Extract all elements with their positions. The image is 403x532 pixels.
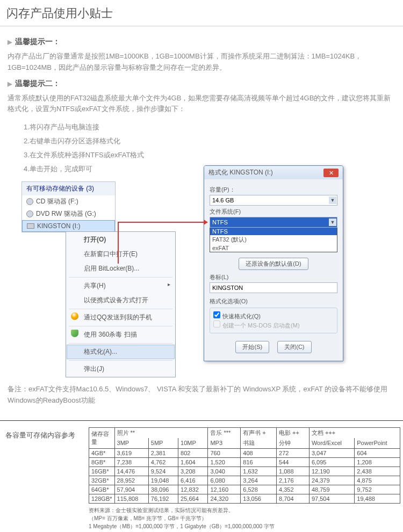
col-music: 音乐 *** [208, 427, 241, 438]
shield-icon [71, 330, 78, 337]
step-1: 1.将闪存产品与电脑连接 [24, 120, 395, 134]
filesystem-select[interactable] [210, 217, 337, 228]
footnotes: 资料来源：金士顿实验室测试结果，实际情况可能有所差异。 （MP= 百万像素，MB… [89, 507, 403, 532]
ctx-qq-label: 通过QQ发送到我的手机 [84, 314, 152, 321]
sub-ppt: PowerPoint [355, 438, 400, 449]
ctx-share[interactable]: 共享(H) [67, 279, 175, 293]
msdos-label: 创建一个 MS-DOS 启动盘(M) [222, 322, 300, 329]
ctx-new-window[interactable]: 在新窗口中打开(E) [67, 247, 175, 261]
page-title: 闪存产品使用小贴士 [0, 0, 403, 26]
table-row: 64GB*57,90438,09612,83212,1606,5284,3524… [89, 485, 400, 494]
tip2-body: 通常系统默认使用的FAT32磁盘系统最大单个文件为4GB，如果您需要存储高清视频… [8, 93, 395, 115]
quick-format-checkbox[interactable] [213, 311, 220, 318]
dialog-title: 格式化 KINGSTON (I:) [208, 168, 273, 177]
sub-5mp: 5MP [148, 438, 178, 449]
table-title: 各容量可存储内容参考 [0, 427, 89, 504]
tip2-heading: 温馨提示二： [8, 79, 395, 89]
close-icon[interactable]: ✕ [323, 169, 339, 177]
col-audiobook: 有声书 + [241, 427, 277, 438]
tip1-heading: 温馨提示一： [8, 37, 395, 47]
table-row: 128GB*115,80876,19225,66424,32013,0568,7… [89, 494, 400, 503]
device-kingston-label: KINGSTON (I:) [37, 222, 80, 230]
ctx-eject[interactable]: 弹出(J) [67, 362, 175, 376]
ctx-open[interactable]: 打开(O) [67, 232, 175, 247]
ctx-format[interactable]: 格式化(A)... [67, 345, 175, 359]
device-cd-label: CD 驱动器 (F:) [36, 197, 78, 206]
device-cd[interactable]: CD 驱动器 (F:) [22, 195, 115, 208]
close-button[interactable]: 关闭(C) [277, 341, 311, 353]
capacity-select[interactable] [210, 195, 337, 206]
table-row: 8GB*7,2384,7621,6041,5208165446,0951,208 [89, 457, 400, 467]
device-dvd[interactable]: DVD RW 驱动器 (G:) [22, 208, 115, 220]
device-dvd-label: DVD RW 驱动器 (G:) [36, 209, 96, 218]
ctx-portable[interactable]: 以便携式设备方式打开 [67, 293, 175, 308]
msdos-checkbox [213, 320, 220, 327]
drive-icon [27, 223, 34, 229]
quick-format-label: 快速格式化(Q) [222, 313, 261, 319]
capacity-table: 储存容量 照片 ** 音乐 *** 有声书 + 电影 ++ 文档 +++ 3MP… [89, 427, 400, 504]
table-row: 16GB*14,4769,5243,2083,0401,6321,08812,1… [89, 467, 400, 476]
capacity-label: 容量(P)： [210, 186, 337, 194]
row-header-label: 储存容量 [89, 427, 115, 448]
devices-panel: 有可移动存储的设备 (3) CD 驱动器 (F:) DVD RW 驱动器 (G:… [21, 181, 116, 232]
devices-header: 有可移动存储的设备 (3) [22, 182, 115, 195]
table-row: 32GB*28,95219,0486,4166,0803,2642,17624,… [89, 476, 400, 485]
remark-text: 备注：exFAT文件支持Mac10.6.5、Windows7、 VISTA 和安… [8, 384, 395, 406]
context-menu: 打开(O) 在新窗口中打开(E) 启用 BitLocker(B)... 共享(H… [66, 231, 176, 377]
col-movie: 电影 ++ [277, 427, 310, 438]
fs-option-ntfs[interactable]: NTFS [210, 228, 337, 235]
ctx-open-label: 打开(O) [84, 236, 106, 243]
disc-icon [26, 210, 33, 217]
step-3: 3.在文件系统种选择NTFS或exFAT格式 [24, 148, 395, 162]
step-2: 2.右键单击闪存分区选择格式化 [24, 134, 395, 148]
sub-mp3: MP3 [208, 438, 241, 449]
ctx-360-label: 使用 360杀毒 扫描 [84, 331, 137, 338]
filesystem-label: 文件系统(F) [210, 208, 337, 216]
col-doc: 文档 +++ [309, 427, 400, 438]
sub-book: 书籍 [241, 438, 277, 449]
ctx-360-scan[interactable]: 使用 360杀毒 扫描 [67, 327, 175, 342]
sub-word: Word/Excel [309, 438, 354, 449]
ctx-bitlocker[interactable]: 启用 BitLocker(B)... [67, 261, 175, 276]
start-button[interactable]: 开始(S) [235, 341, 269, 353]
chevron-down-icon[interactable]: ▼ [329, 196, 336, 204]
format-dialog: 格式化 KINGSTON (I:) ✕ 容量(P)： ▼ 文件系统(F) ▼ N… [204, 165, 343, 361]
chevron-down-icon[interactable]: ▼ [329, 218, 336, 226]
qq-icon [71, 312, 78, 320]
sub-min: 分钟 [277, 438, 310, 449]
arrow-indicator [118, 222, 206, 223]
tip1-body: 内存产品出厂的容量通常是按照1MB=1000KB，1GB=1000MB计算，而操… [8, 51, 395, 74]
table-row: 4GB*3,6192,3818027604082723,047604 [89, 448, 400, 457]
fs-option-exfat[interactable]: exFAT [210, 244, 337, 252]
device-kingston[interactable]: KINGSTON (I:) [22, 220, 115, 232]
col-photo: 照片 ** [114, 427, 208, 438]
volume-input[interactable] [210, 282, 337, 293]
sub-10mp: 10MP [178, 438, 208, 449]
ctx-qq-send[interactable]: 通过QQ发送到我的手机 [67, 310, 175, 325]
disc-icon [26, 198, 33, 205]
fs-option-fat32[interactable]: FAT32 (默认) [210, 235, 337, 244]
format-options-label: 格式化选项(O) [210, 297, 337, 305]
restore-defaults-button[interactable]: 还原设备的默认值(D) [239, 258, 308, 270]
volume-label: 卷标(L) [210, 273, 337, 281]
sub-3mp: 3MP [114, 438, 148, 449]
filesystem-dropdown: NTFS FAT32 (默认) exFAT [210, 227, 337, 252]
